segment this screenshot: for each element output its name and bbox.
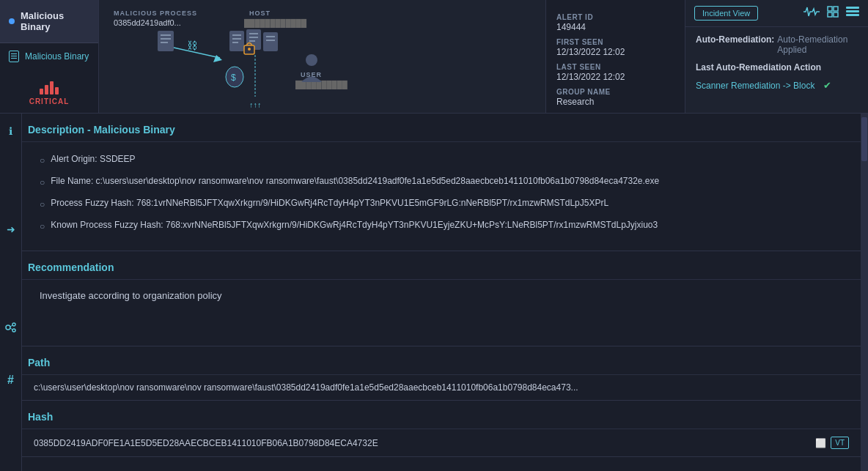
svg-rect-21 xyxy=(266,40,275,41)
grid-icon[interactable] xyxy=(827,6,839,21)
svg-rect-5 xyxy=(161,42,168,43)
svg-rect-13 xyxy=(232,38,241,40)
bullet-known-hash: ○ Known Process Fuzzy Hash: 768:xvrNNeRB… xyxy=(40,218,849,233)
bar3 xyxy=(50,81,54,94)
nav-title-label: Malicious Binary xyxy=(21,10,89,32)
recommendation-section: Recommendation Investigate according to … xyxy=(22,251,861,346)
svg-rect-18 xyxy=(249,40,255,42)
bullet-text-3: Process Fuzzy Hash: 768:1vrNNeRBl5JFTXqw… xyxy=(51,196,608,209)
svg-point-40 xyxy=(12,329,15,332)
panel-header-icons xyxy=(803,6,859,21)
bar1 xyxy=(40,89,43,94)
left-navigation: Malicious Binary Malicious Binary CRITIC… xyxy=(0,0,99,113)
recommendation-body: Investigate according to organization po… xyxy=(22,280,861,346)
sidebar-item-malicious-binary[interactable]: Malicious Binary xyxy=(0,43,98,70)
svg-rect-14 xyxy=(232,42,238,43)
svg-rect-19 xyxy=(263,32,278,51)
description-title: Description - Malicious Binary xyxy=(28,124,175,136)
svg-rect-12 xyxy=(232,34,241,36)
auto-remediation-row: Auto-Remediation: Auto-Remediation Appli… xyxy=(696,34,858,55)
first-seen-label: FIRST SEEN xyxy=(556,38,674,46)
svg-point-38 xyxy=(6,325,10,330)
svg-rect-2 xyxy=(158,31,174,51)
svg-text:HOST: HOST xyxy=(249,10,271,17)
panel-content: Auto-Remediation: Auto-Remediation Appli… xyxy=(685,27,868,113)
svg-line-42 xyxy=(10,328,12,330)
svg-rect-4 xyxy=(161,38,171,40)
process-graph: MALICIOUS PROCESS 0385dd2419adf0... ⛓ HO… xyxy=(99,0,545,113)
svg-text:↑↑↑: ↑↑↑ xyxy=(249,100,262,108)
remediation-link[interactable]: Scanner Remediation -> Block xyxy=(696,81,814,91)
svg-marker-7 xyxy=(213,55,222,62)
svg-rect-3 xyxy=(161,34,171,36)
svg-rect-33 xyxy=(828,12,832,17)
svg-point-23 xyxy=(248,48,251,51)
bullet-process-hash: ○ Process Fuzzy Hash: 768:1vrNNeRBl5JFTX… xyxy=(40,196,849,211)
svg-text:⛓: ⛓ xyxy=(187,40,197,51)
graph-svg: MALICIOUS PROCESS 0385dd2419adf0... ⛓ HO… xyxy=(114,5,392,108)
description-body: ○ Alert Origin: SSDEEP ○ File Name: c:\u… xyxy=(22,142,861,251)
waveform-icon[interactable] xyxy=(803,6,820,21)
svg-text:MALICIOUS PROCESS: MALICIOUS PROCESS xyxy=(114,10,197,17)
alert-id-value: 149444 xyxy=(556,22,674,32)
recommendation-header: Recommendation xyxy=(22,251,861,280)
incident-panel: Incident View xyxy=(685,0,868,113)
svg-rect-36 xyxy=(846,10,859,12)
auto-remediation-value: Auto-Remediation Applied xyxy=(777,34,858,55)
copy-icon[interactable]: ⬜ xyxy=(815,438,826,448)
recommendation-title: Recommendation xyxy=(28,262,114,273)
last-seen-label: LAST SEEN xyxy=(556,63,674,71)
auto-remediation-label: Auto-Remediation: xyxy=(696,34,774,45)
svg-point-30 xyxy=(306,54,317,66)
nav-item-icon xyxy=(9,51,19,62)
last-seen-value: 12/13/2022 12:02 xyxy=(556,72,674,82)
recommendation-text: Investigate according to organization po… xyxy=(40,290,849,301)
svg-rect-37 xyxy=(846,14,859,16)
svg-text:████████████: ████████████ xyxy=(244,18,307,29)
critical-section: CRITICAL xyxy=(0,74,98,113)
bullet-alert-origin: ○ Alert Origin: SSDEEP xyxy=(40,152,849,167)
scrollbar[interactable] xyxy=(861,114,868,471)
content-body: Description - Malicious Binary ○ Alert O… xyxy=(22,114,861,471)
nav-title: Malicious Binary xyxy=(0,0,98,43)
path-header: Path xyxy=(22,346,861,375)
svg-rect-31 xyxy=(828,7,832,11)
description-section-icon: ℹ xyxy=(9,125,12,137)
bullet-dot-4: ○ xyxy=(40,220,45,233)
scrollbar-thumb[interactable] xyxy=(861,117,867,161)
incident-view-button[interactable]: Incident View xyxy=(694,6,758,21)
list-icon[interactable] xyxy=(846,6,859,21)
svg-rect-34 xyxy=(834,12,838,17)
svg-rect-20 xyxy=(266,36,275,37)
bullet-text-1: Alert Origin: SSDEEP xyxy=(51,152,135,166)
bullet-filename: ○ File Name: c:\users\user\desktop\nov r… xyxy=(40,174,849,189)
bullet-dot-2: ○ xyxy=(40,176,45,189)
panel-header: Incident View xyxy=(685,0,868,27)
svg-rect-32 xyxy=(834,7,838,11)
alert-info-panel: ALERT ID 149444 FIRST SEEN 12/13/2022 12… xyxy=(545,0,685,113)
nav-item-label: Malicious Binary xyxy=(25,51,89,62)
bar2 xyxy=(45,85,48,94)
group-name-label: GROUP NAME xyxy=(556,88,674,96)
path-title: Path xyxy=(28,357,50,368)
vt-badge[interactable]: VT xyxy=(831,437,849,449)
svg-rect-17 xyxy=(249,37,258,38)
bullet-dot-3: ○ xyxy=(40,198,45,211)
svg-text:$: $ xyxy=(231,73,236,83)
hash-section-icon: # xyxy=(7,374,14,387)
section-icons-column: ℹ ➜ # xyxy=(0,114,22,471)
svg-rect-35 xyxy=(846,7,859,9)
hash-section: Hash 0385DD2419ADF0FE1A1E5D5ED28AAECBCEB… xyxy=(22,401,861,457)
last-action-label: Last Auto-Remediation Action xyxy=(696,62,821,73)
check-icon: ✔ xyxy=(823,80,831,91)
svg-rect-11 xyxy=(229,31,244,51)
remediation-link-row: Scanner Remediation -> Block ✔ xyxy=(696,80,858,91)
bullet-text-4: Known Process Fuzzy Hash: 768:xvrNNeRBl5… xyxy=(51,218,658,231)
svg-rect-16 xyxy=(249,33,258,34)
alert-id-label: ALERT ID xyxy=(556,13,674,21)
group-name-value: Research xyxy=(556,97,674,107)
bar4 xyxy=(55,87,59,94)
hash-actions: ⬜ VT xyxy=(815,437,849,449)
path-section: Path c:\users\user\desktop\nov ransomwar… xyxy=(22,346,861,401)
nav-indicator xyxy=(9,18,15,24)
